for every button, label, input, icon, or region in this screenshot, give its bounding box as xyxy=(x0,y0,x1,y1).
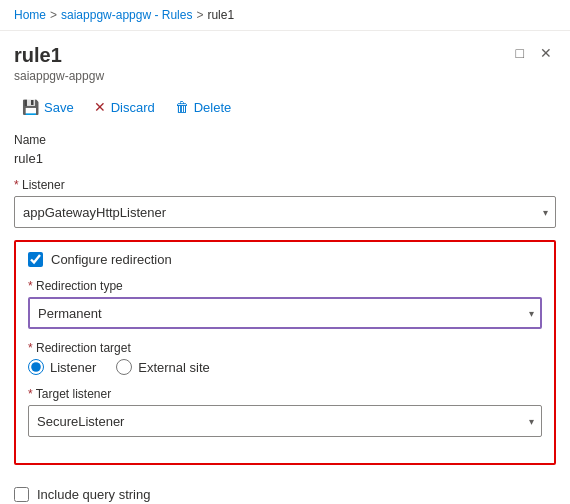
breadcrumb-sep2: > xyxy=(196,8,203,22)
redirection-type-label: Redirection type xyxy=(28,279,542,293)
listener-label: Listener xyxy=(14,178,556,192)
target-listener-select-wrapper: SecureListener ▾ xyxy=(28,405,542,437)
breadcrumb-home[interactable]: Home xyxy=(14,8,46,22)
discard-icon: ✕ xyxy=(94,99,106,115)
radio-listener-label[interactable]: Listener xyxy=(50,360,96,375)
configure-redirection-row: Configure redirection xyxy=(28,252,542,267)
name-value: rule1 xyxy=(14,151,556,166)
name-label: Name xyxy=(14,133,556,147)
redirect-inner: Redirection type Permanent Found See Oth… xyxy=(28,279,542,437)
panel-title: rule1 xyxy=(14,43,104,67)
configure-redirection-label[interactable]: Configure redirection xyxy=(51,252,172,267)
save-button[interactable]: 💾 Save xyxy=(14,95,82,119)
redirection-target-group: Redirection target Listener External sit… xyxy=(28,341,542,375)
breadcrumb-sep1: > xyxy=(50,8,57,22)
breadcrumb-rules[interactable]: saiappgw-appgw - Rules xyxy=(61,8,192,22)
breadcrumb: Home > saiappgw-appgw - Rules > rule1 xyxy=(0,0,570,31)
target-listener-select[interactable]: SecureListener xyxy=(28,405,542,437)
discard-button[interactable]: ✕ Discard xyxy=(86,95,163,119)
bottom-checkboxes: Include query string Include path xyxy=(0,471,570,504)
toolbar: 💾 Save ✕ Discard 🗑 Delete xyxy=(0,87,570,127)
radio-listener-row: Listener xyxy=(28,359,96,375)
delete-icon: 🗑 xyxy=(175,99,189,115)
panel-subtitle: saiappgw-appgw xyxy=(14,69,104,83)
radio-listener[interactable] xyxy=(28,359,44,375)
include-query-string-label[interactable]: Include query string xyxy=(37,487,150,502)
redirection-type-select[interactable]: Permanent Found See Other Temporary xyxy=(28,297,542,329)
form-section: Name rule1 Listener appGatewayHttpListen… xyxy=(0,127,570,228)
delete-label: Delete xyxy=(194,100,232,115)
panel-title-group: rule1 saiappgw-appgw xyxy=(14,43,104,83)
target-listener-group: Target listener SecureListener ▾ xyxy=(28,387,542,437)
redirect-section: Configure redirection Redirection type P… xyxy=(14,240,556,465)
discard-label: Discard xyxy=(111,100,155,115)
radio-external-row: External site xyxy=(116,359,210,375)
configure-redirection-checkbox[interactable] xyxy=(28,252,43,267)
delete-button[interactable]: 🗑 Delete xyxy=(167,95,240,119)
maximize-icon: □ xyxy=(516,45,524,61)
listener-field-group: Listener appGatewayHttpListener ▾ xyxy=(14,178,556,228)
redirection-target-radio-group: Listener External site xyxy=(28,359,542,375)
redirection-target-label: Redirection target xyxy=(28,341,542,355)
close-button[interactable]: ✕ xyxy=(536,43,556,63)
save-label: Save xyxy=(44,100,74,115)
name-field-group: Name rule1 xyxy=(14,133,556,166)
radio-external[interactable] xyxy=(116,359,132,375)
breadcrumb-current: rule1 xyxy=(207,8,234,22)
panel-controls: □ ✕ xyxy=(512,43,556,63)
include-query-string-checkbox[interactable] xyxy=(14,487,29,502)
include-query-string-row: Include query string xyxy=(14,481,556,504)
target-listener-label: Target listener xyxy=(28,387,542,401)
redirection-type-group: Redirection type Permanent Found See Oth… xyxy=(28,279,542,329)
close-icon: ✕ xyxy=(540,45,552,61)
listener-select[interactable]: appGatewayHttpListener xyxy=(14,196,556,228)
panel-header: rule1 saiappgw-appgw □ ✕ xyxy=(0,31,570,87)
redirection-type-select-wrapper: Permanent Found See Other Temporary ▾ xyxy=(28,297,542,329)
maximize-button[interactable]: □ xyxy=(512,43,528,63)
radio-external-label[interactable]: External site xyxy=(138,360,210,375)
listener-select-wrapper: appGatewayHttpListener ▾ xyxy=(14,196,556,228)
save-icon: 💾 xyxy=(22,99,39,115)
